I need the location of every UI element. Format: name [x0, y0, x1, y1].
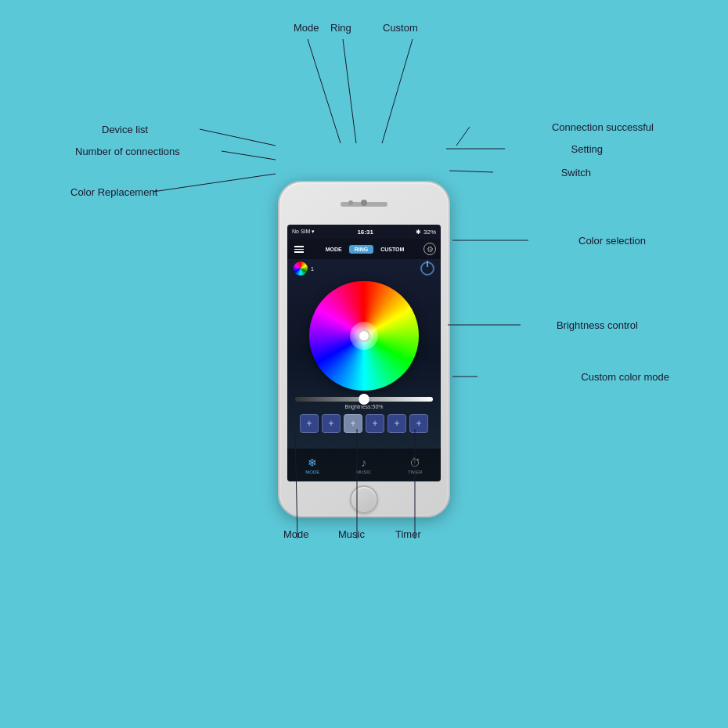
color-wheel-container[interactable]	[287, 278, 441, 394]
settings-icon[interactable]	[423, 243, 436, 255]
menu-icon[interactable]	[292, 243, 306, 255]
nav-mode[interactable]: ❄ MODE	[305, 456, 319, 474]
phone-screen: No SIM ▾ 16:31 ✱ 32% MODE RING CUSTOM	[287, 225, 441, 481]
brightness-slider-thumb[interactable]	[359, 394, 369, 405]
phone-bottom	[281, 481, 447, 517]
status-left: No SIM ▾	[292, 229, 315, 235]
home-button[interactable]	[350, 485, 378, 514]
phone-top	[281, 184, 447, 225]
power-switch-icon[interactable]	[420, 261, 434, 276]
color-replacement-dot[interactable]	[294, 261, 308, 276]
brightness-label: Brightness:50%	[295, 404, 433, 409]
label-setting: Setting	[571, 143, 603, 155]
svg-line-0	[308, 39, 341, 143]
svg-line-11	[153, 174, 276, 192]
mode-tab[interactable]: MODE	[320, 245, 348, 254]
color-swatches[interactable]: + + + + + +	[287, 411, 441, 436]
bottom-nav[interactable]: ❄ MODE ♪ MUSIC ⏱ TIMER	[287, 449, 441, 481]
custom-tab[interactable]: CUSTOM	[375, 245, 409, 254]
nav-timer[interactable]: ⏱ TIMER	[408, 456, 423, 474]
swatch-2[interactable]: +	[322, 414, 341, 433]
ring-tab[interactable]: RING	[349, 245, 374, 254]
phone-mockup: No SIM ▾ 16:31 ✱ 32% MODE RING CUSTOM	[278, 181, 450, 517]
label-custom-top: Custom	[383, 22, 418, 34]
label-color-replacement: Color Replacement	[70, 186, 157, 198]
nav-music[interactable]: ♪ MUSIC	[356, 456, 371, 474]
bluetooth-icon: ✱	[416, 229, 421, 236]
label-connection-successful: Connection successful	[552, 121, 654, 133]
label-custom-color-mode: Custom color mode	[581, 371, 669, 383]
label-mode-bottom: Mode	[283, 528, 309, 540]
status-bar: No SIM ▾ 16:31 ✱ 32%	[287, 225, 441, 239]
status-right: ✱ 32%	[416, 229, 436, 236]
top-controls-row: 1	[287, 259, 441, 278]
swatch-4[interactable]: +	[366, 414, 384, 433]
mode-nav-label: MODE	[305, 470, 319, 474]
svg-line-10	[222, 151, 276, 160]
timer-nav-label: TIMER	[408, 470, 423, 474]
label-device-list: Device list	[102, 124, 148, 135]
label-timer-bottom: Timer	[395, 528, 421, 540]
label-color-selection: Color selection	[578, 235, 646, 247]
music-nav-label: MUSIC	[356, 470, 371, 474]
brightness-container[interactable]: Brightness:50%	[287, 394, 441, 411]
brightness-slider-track[interactable]	[295, 397, 433, 402]
tab-bar[interactable]: MODE RING CUSTOM	[287, 239, 441, 259]
mode-tabs[interactable]: MODE RING CUSTOM	[320, 245, 410, 254]
swatch-3[interactable]: +	[344, 414, 362, 433]
carrier: No SIM ▾	[292, 229, 315, 235]
svg-line-1	[343, 39, 356, 143]
label-ring-top: Ring	[330, 22, 351, 34]
label-mode-top: Mode	[294, 22, 319, 34]
label-number-connections: Number of connections	[75, 146, 180, 157]
label-music-bottom: Music	[338, 528, 365, 540]
phone-camera	[361, 200, 367, 206]
connection-count: 1	[311, 266, 314, 272]
svg-line-3	[456, 127, 470, 146]
phone-sensor	[348, 200, 353, 205]
music-nav-icon: ♪	[361, 456, 366, 469]
swatch-1[interactable]: +	[300, 414, 319, 433]
battery: 32%	[423, 229, 436, 236]
svg-line-2	[382, 39, 413, 143]
phone-body: No SIM ▾ 16:31 ✱ 32% MODE RING CUSTOM	[278, 181, 450, 517]
swatch-5[interactable]: +	[387, 414, 406, 433]
timer-nav-icon: ⏱	[409, 456, 420, 469]
swatch-6[interactable]: +	[409, 414, 428, 433]
wheel-center	[358, 330, 370, 342]
label-switch: Switch	[561, 167, 591, 178]
label-brightness-control: Brightness control	[557, 319, 638, 331]
mode-nav-icon: ❄	[308, 456, 317, 469]
svg-line-9	[200, 129, 276, 146]
svg-line-5	[449, 171, 493, 172]
clock: 16:31	[357, 229, 373, 236]
color-wheel[interactable]	[309, 281, 419, 391]
